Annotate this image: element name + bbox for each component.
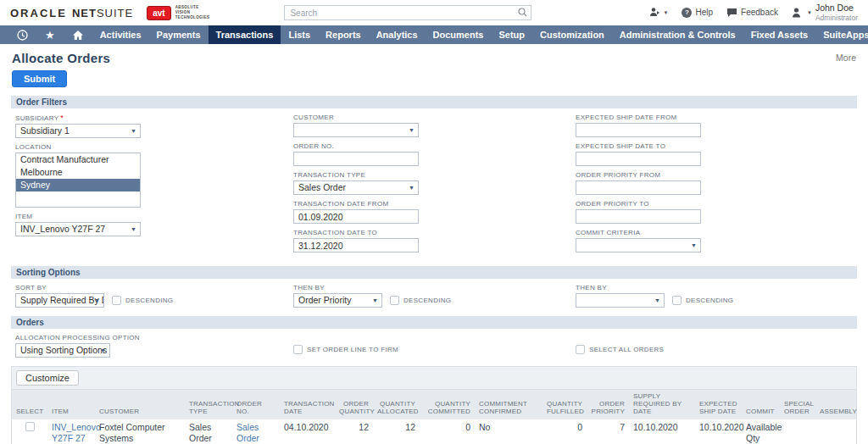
more-link[interactable]: More [836,53,856,63]
main-nav: ★ ActivitiesPaymentsTransactionsListsRep… [0,25,868,44]
roles-icon [649,7,660,18]
nav-item-fixed-assets[interactable]: Fixed Assets [743,25,815,44]
transaction-date-from-input[interactable] [293,209,419,224]
subsidiary-label: SUBSIDIARY* [15,114,293,122]
transaction-date-to-label: TRANSACTION DATE TO [293,229,576,236]
nav-item-documents[interactable]: Documents [426,25,492,44]
column-header-transaction-type: TRANSACTION TYPE [185,390,232,419]
nav-item-analytics[interactable]: Analytics [369,25,426,44]
cell-order-quantity: 12 [335,419,373,444]
cell-select [12,419,47,444]
nav-item-activities[interactable]: Activities [92,25,149,44]
nav-item-setup[interactable]: Setup [492,25,533,44]
customize-button[interactable]: Customize [16,370,79,386]
column-header-commitment-confirmed: COMMITMENT CONFIRMED [475,390,542,419]
location-label: LOCATION [15,143,293,151]
roles-menu[interactable]: ▼ [649,7,669,18]
commit-criteria-select[interactable]: ▼ [576,238,701,253]
top-header: ORACLE NET SUITE avt ABSOLUTE VISION TEC… [0,0,868,25]
sort-by-descending-checkbox[interactable] [112,296,121,305]
column-header-commit: COMMIT [742,390,780,419]
transaction-type-select[interactable]: Sales Order▼ [293,180,419,195]
table-row: INV_Lenovo Y27F 27Foxtel Computer System… [12,419,856,444]
cell-commit: Available Qty [742,419,780,444]
nav-item-reports[interactable]: Reports [318,25,369,44]
chevron-down-icon: ▼ [131,125,136,138]
nav-item-transactions[interactable]: Transactions [209,25,281,44]
set-order-line-to-firm-checkbox[interactable] [293,345,303,354]
expected-ship-date-to-input[interactable] [576,152,701,166]
cell-order-priority: 7 [587,419,629,444]
expected-ship-date-from-input[interactable] [576,123,701,137]
nav-item-suiteapps[interactable]: SuiteApps [815,25,868,44]
cell-special-order [780,419,815,444]
order-no-input[interactable] [293,152,419,166]
customer-select[interactable]: ▼ [293,123,419,137]
feedback-button[interactable]: Feedback [726,8,778,18]
column-header-quantity-committed: QUANTITY COMMITTED [420,390,475,419]
help-button[interactable]: ? Help [682,8,713,18]
commit-criteria-label: COMMIT CRITERIA [576,229,857,236]
then-by-2-descending-checkbox[interactable] [672,296,682,305]
select-all-orders-checkbox[interactable] [576,345,585,354]
nav-item-administration-controls[interactable]: Administration & Controls [612,25,743,44]
then-by-2-select[interactable]: ▼ [576,293,665,308]
location-listbox[interactable]: Contract ManufacturerMelbourneSydney [15,153,141,208]
chevron-down-icon: ▼ [664,10,669,15]
column-header-order-quantity: ORDER QUANTITY [335,390,373,419]
column-header-expected-ship-date: EXPECTED SHIP DATE [695,390,742,419]
order-priority-to-label: ORDER PRIORITY TO [576,200,857,208]
orders-options-form: ALLOCATION PROCESSING OPTION Using Sorti… [11,334,857,358]
sort-by-select[interactable]: Supply Required By Date▼ [15,293,104,308]
location-option[interactable]: Sydney [16,179,140,191]
page-title: Allocate Orders [12,51,110,65]
then-by-2-label: THEN BY [576,284,857,291]
chevron-down-icon: ▼ [654,294,660,308]
item-select[interactable]: INV_Lenovo Y27F 27▼ [15,222,141,236]
transaction-date-from-label: TRANSACTION DATE FROM [293,200,576,208]
transaction-date-to-input[interactable] [293,238,419,253]
help-icon: ? [682,8,692,18]
orders-table-panel: Customize SELECTITEMCUSTOMERTRANSACTION … [11,366,857,444]
order-priority-to-input[interactable] [576,209,701,224]
then-by-1-select[interactable]: Order Priority▼ [293,293,382,308]
row-select-checkbox[interactable] [25,422,35,431]
column-header-select: SELECT [12,390,47,419]
avt-logo: avt ABSOLUTE VISION TECHNOLOGIES [147,5,209,20]
home-icon[interactable] [64,25,92,44]
expected-ship-date-to-label: EXPECTED SHIP DATE TO [576,142,857,150]
search-input[interactable] [284,5,531,20]
shortcuts-star-icon[interactable]: ★ [36,25,64,44]
recent-records-icon[interactable] [8,25,36,44]
allocation-processing-option-label: ALLOCATION PROCESSING OPTION [15,334,293,341]
location-option[interactable]: Contract Manufacturer [16,153,140,166]
column-header-quantity-fulfilled: QUANTITY FULFILLED [542,390,587,419]
user-menu[interactable]: ▼ John Doe Administrator [792,3,858,23]
then-by-1-descending-checkbox[interactable] [390,296,399,305]
order-priority-from-input[interactable] [576,180,701,195]
submit-button-top[interactable]: Submit [12,70,67,87]
allocation-processing-option-select[interactable]: Using Sorting Options Only▼ [15,343,110,358]
subsidiary-select[interactable]: Subsidiary 1▼ [15,124,141,138]
user-role: Administrator [815,14,858,22]
oracle-netsuite-logo: ORACLE NET SUITE [10,7,133,19]
nav-item-customization[interactable]: Customization [532,25,612,44]
feedback-icon [726,8,737,18]
item-link[interactable]: INV_Lenovo Y27F 27 [52,422,101,443]
nav-item-lists[interactable]: Lists [281,25,318,44]
chevron-down-icon: ▼ [807,10,812,15]
nav-item-payments[interactable]: Payments [149,25,209,44]
column-header-special-order: SPECIAL ORDER [780,390,815,419]
order-no-label: ORDER NO. [293,142,576,150]
chevron-down-icon: ▼ [409,181,415,195]
cell-quantity-fulfilled: 0 [542,419,587,444]
search-icon[interactable] [518,8,527,19]
cell-customer: Foxtel Computer Systems [95,419,185,444]
cell-transaction-date: 04.10.2020 [280,419,335,444]
order-no-link[interactable]: Sales Order #SO607 [236,422,270,444]
cell-assembly [815,419,856,444]
location-option[interactable]: Melbourne [16,166,140,179]
order-filters-section-header: Order Filters [11,96,857,108]
orders-section-header: Orders [11,316,857,329]
sort-by-label: SORT BY [15,284,293,291]
